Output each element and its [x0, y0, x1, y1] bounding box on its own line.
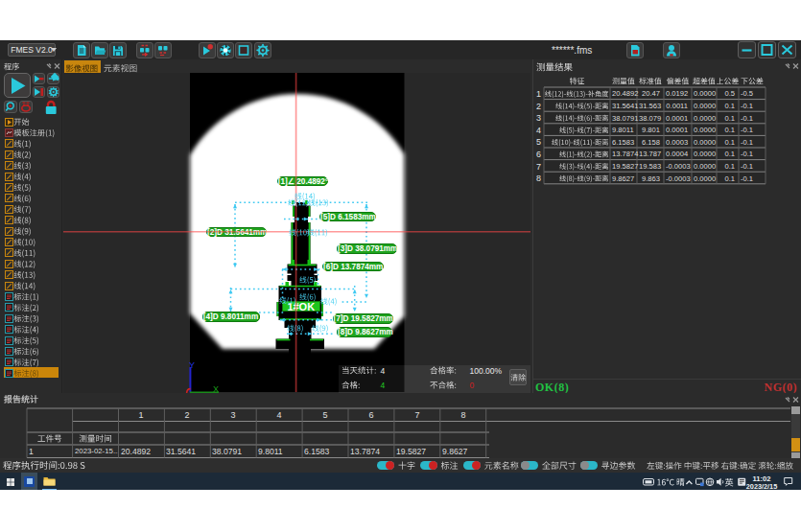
svg-text:X: X	[213, 384, 219, 393]
svg-text:Y: Y	[189, 360, 195, 370]
